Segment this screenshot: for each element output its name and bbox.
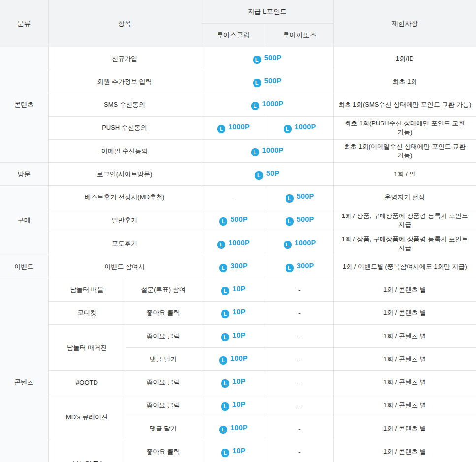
header-restriction: 제한사항 bbox=[333, 0, 476, 47]
lpoint-badge-icon: L bbox=[221, 333, 229, 341]
restriction-cell: 최초 1회(이메일수신 상태에만 포인트 교환 가능) bbox=[333, 140, 476, 163]
restriction-cell: 1회 / 콘텐츠 별 bbox=[333, 325, 476, 348]
point-cell: L100P bbox=[201, 417, 266, 440]
table-row: 회원 추가정보 입력L500P최초 1회 bbox=[0, 70, 476, 93]
sub-item-cell: 좋아요 클릭 bbox=[126, 440, 201, 462]
point-value: 1000P bbox=[228, 239, 250, 246]
table-row: MD’s 큐레이션좋아요 클릭L10P-1회 / 콘텐츠 별 bbox=[0, 394, 476, 417]
table-row: 남놀터 TV좋아요 클릭L10P-1회 / 콘텐츠 별 bbox=[0, 440, 476, 462]
lpoint-badge-icon: L bbox=[286, 217, 294, 226]
sub-item-cell: 코디컷 bbox=[48, 302, 126, 325]
points-reward-table: 분류 항목 지급 L포인트 제한사항 루이스클럽 루이까또즈 콘텐츠신규가입L5… bbox=[0, 0, 476, 462]
table-row: 일반후기L500PL500P1회 / 상품, 구매상품에 상품평 등록시 포인트… bbox=[0, 209, 476, 232]
sub-item-cell: 좋아요 클릭 bbox=[126, 325, 201, 348]
point-cell: L1000P bbox=[201, 117, 266, 140]
empty-point-cell: - bbox=[266, 325, 333, 348]
point-cell: L10P bbox=[201, 440, 266, 462]
header-row-1: 분류 항목 지급 L포인트 제한사항 bbox=[0, 0, 476, 24]
table-row: 포토후기L1000PL1000P1회 / 상품, 구매상품에 상품평 등록시 포… bbox=[0, 232, 476, 255]
point-cell: L10P bbox=[201, 325, 266, 348]
restriction-cell: 1회 / 상품, 구매상품에 상품평 등록시 포인트 지급 bbox=[333, 209, 476, 232]
restriction-cell: 1회 / 일 bbox=[333, 163, 476, 186]
header-points-louisclub: 루이스클럽 bbox=[201, 24, 266, 47]
point-value: 10P bbox=[232, 377, 245, 385]
empty-point-cell: - bbox=[266, 440, 333, 462]
lpoint-badge-icon: L bbox=[219, 426, 227, 434]
point-value: 1000P bbox=[228, 123, 250, 131]
item-cell: 포토후기 bbox=[48, 232, 201, 255]
point-value: 10P bbox=[232, 308, 245, 316]
sub-item-cell: #OOTD bbox=[48, 371, 126, 394]
lpoint-badge-icon: L bbox=[221, 310, 229, 318]
lpoint-badge-icon: L bbox=[251, 148, 259, 156]
empty-point-cell: - bbox=[266, 348, 333, 371]
points-table-body: 콘텐츠신규가입L500P1회/ID회원 추가정보 입력L500P최초 1회SMS… bbox=[0, 47, 476, 462]
point-cell: L10P bbox=[201, 302, 266, 325]
item-cell: PUSH 수신동의 bbox=[48, 117, 201, 140]
point-cell: L1000P bbox=[266, 232, 333, 255]
restriction-cell: 최초 1회(SMS수신 상태에만 포인트 교환 가능) bbox=[333, 93, 476, 117]
point-value: 100P bbox=[230, 424, 248, 431]
empty-point-cell: - bbox=[266, 417, 333, 440]
table-row: 방문로그인(사이트방문)L50P1회 / 일 bbox=[0, 163, 476, 186]
point-cell: L1000P bbox=[266, 117, 333, 140]
item-cell: 베스트후기 선정시(MD추천) bbox=[48, 186, 201, 209]
point-cell: L300P bbox=[266, 255, 333, 278]
sub-item-cell: 댓글 달기 bbox=[126, 348, 201, 371]
lpoint-badge-icon: L bbox=[221, 287, 229, 295]
item-cell: SMS 수신동의 bbox=[48, 93, 201, 117]
point-cell: L500P bbox=[201, 47, 333, 70]
empty-point-cell: - bbox=[266, 302, 333, 325]
point-cell: L500P bbox=[201, 70, 333, 93]
category-cell: 콘텐츠 bbox=[0, 278, 48, 462]
point-cell: L10P bbox=[201, 371, 266, 394]
sub-item-cell: 좋아요 클릭 bbox=[126, 302, 201, 325]
restriction-cell: 1회 / 상품, 구매상품에 상품평 등록시 포인트 지급 bbox=[333, 232, 476, 255]
point-cell: L500P bbox=[201, 209, 266, 232]
point-value: 1000P bbox=[295, 123, 316, 131]
sub-item-cell: 좋아요 클릭 bbox=[126, 394, 201, 417]
point-value: 300P bbox=[230, 262, 248, 270]
point-cell: L50P bbox=[201, 163, 333, 186]
table-header: 분류 항목 지급 L포인트 제한사항 루이스클럽 루이까또즈 bbox=[0, 0, 476, 47]
item-cell: 로그인(사이트방문) bbox=[48, 163, 201, 186]
category-cell: 방문 bbox=[0, 163, 48, 186]
restriction-cell: 1회 / 콘텐츠 별 bbox=[333, 278, 476, 302]
lpoint-badge-icon: L bbox=[253, 56, 261, 64]
header-points-group: 지급 L포인트 bbox=[201, 0, 333, 24]
lpoint-badge-icon: L bbox=[286, 264, 294, 272]
header-category: 분류 bbox=[0, 0, 48, 47]
point-cell: L10P bbox=[201, 394, 266, 417]
item-cell: 이메일 수신동의 bbox=[48, 140, 201, 163]
lpoint-badge-icon: L bbox=[284, 125, 292, 133]
point-value: 1000P bbox=[295, 239, 316, 246]
lpoint-badge-icon: L bbox=[251, 102, 259, 110]
sub-item-cell: 설문(투표) 참여 bbox=[126, 278, 201, 302]
sub-item-cell: 남놀터 TV bbox=[48, 440, 126, 462]
table-row: 이벤트이벤트 참여시L300PL300P1회 / 이벤트별 (중복참여시에도 1… bbox=[0, 255, 476, 278]
category-cell: 이벤트 bbox=[0, 255, 48, 278]
point-value: 500P bbox=[230, 216, 248, 223]
sub-item-cell: 남놀터 매거진 bbox=[48, 325, 126, 371]
sub-item-cell: 좋아요 클릭 bbox=[126, 371, 201, 394]
point-value: 500P bbox=[264, 54, 282, 62]
table-row: 콘텐츠신규가입L500P1회/ID bbox=[0, 47, 476, 70]
table-row: 코디컷좋아요 클릭L10P-1회 / 콘텐츠 별 bbox=[0, 302, 476, 325]
empty-point-cell: - bbox=[266, 278, 333, 302]
table-row: #OOTD좋아요 클릭L10P-1회 / 콘텐츠 별 bbox=[0, 371, 476, 394]
lpoint-badge-icon: L bbox=[217, 125, 225, 133]
restriction-cell: 1회/ID bbox=[333, 47, 476, 70]
lpoint-badge-icon: L bbox=[253, 79, 261, 87]
restriction-cell: 운영자가 선정 bbox=[333, 186, 476, 209]
restriction-cell: 1회 / 콘텐츠 별 bbox=[333, 371, 476, 394]
point-cell: L10P bbox=[201, 278, 266, 302]
point-cell: L500P bbox=[266, 209, 333, 232]
point-value: 10P bbox=[232, 331, 245, 339]
lpoint-badge-icon: L bbox=[219, 356, 227, 365]
point-value: 500P bbox=[297, 216, 314, 223]
sub-item-cell: 댓글 달기 bbox=[126, 417, 201, 440]
lpoint-badge-icon: L bbox=[286, 194, 294, 203]
point-cell: L1000P bbox=[201, 93, 333, 117]
sub-item-cell: MD’s 큐레이션 bbox=[48, 394, 126, 440]
point-value: 500P bbox=[297, 192, 314, 200]
